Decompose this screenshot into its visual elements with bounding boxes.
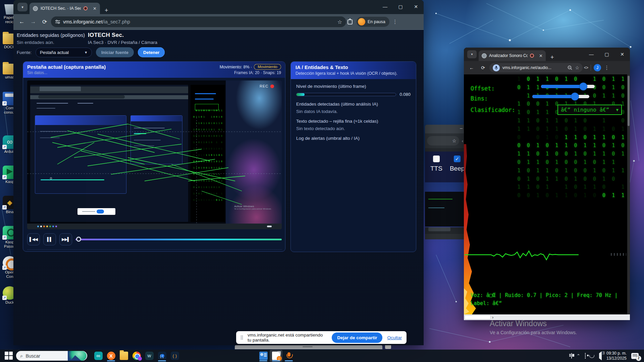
window-close-button[interactable]: ✕ [614, 52, 630, 57]
search-icon: ⌕ [20, 353, 23, 359]
classifier-select[interactable]: â€” ninguno â€” ▼ [557, 105, 622, 115]
bookmark-star-icon[interactable]: ☆ [575, 65, 579, 70]
tab-search-chevron-icon[interactable]: ▾ [17, 3, 28, 11]
taskbar-app-button[interactable] [282, 350, 295, 362]
reload-icon[interactable]: ⟳ [40, 18, 50, 25]
binary-matrix-rain: 1011010101101101100101101101011010010110… [514, 75, 628, 200]
sliver-urlbar[interactable]: ☆ [427, 136, 459, 145]
taskbar-clock[interactable]: 09:30 p. m. 13/12/2025 [606, 351, 627, 361]
window-close-button[interactable]: ✕ [408, 4, 424, 9]
share-bar-drag-handle[interactable] [241, 335, 243, 340]
menu-kebab-icon[interactable]: ⋮ [602, 65, 611, 71]
mic-permission-icon[interactable] [493, 64, 500, 71]
tab-search-chevron-icon[interactable]: ▾ [467, 50, 477, 58]
start-button[interactable] [5, 352, 13, 360]
taskbar-app-button[interactable] [130, 350, 143, 362]
bookmark-star-icon[interactable]: ☆ [452, 138, 457, 143]
audio-waveform [465, 247, 579, 262]
tts-label: TTS [430, 165, 442, 172]
browser-tab[interactable]: IOTECH Sec. · IA Sec3 – DVR ✕ [30, 3, 100, 14]
scrollbar-thumb[interactable] [465, 315, 491, 319]
skip-back-button[interactable]: ▌◀◀ [27, 233, 40, 245]
back-icon[interactable]: ← [17, 18, 27, 25]
beep-checkbox[interactable]: ✓ [454, 156, 461, 162]
tray-chevron-up-icon[interactable]: ⌃ [577, 353, 580, 358]
frames-counter: Frames IA: 20 · Snaps: 19 [234, 70, 281, 75]
taskbar-app-button[interactable] [143, 350, 156, 362]
tab-strip: ▾ IOTECH Sec. · IA Sec3 – DVR ✕ + — ▢ ✕ [13, 0, 424, 14]
devtools-code-icon[interactable]: <> [584, 65, 588, 70]
taskbar-app-button[interactable] [270, 350, 282, 362]
ai-panel-title: IA / Entidades & Texto [296, 64, 411, 70]
bookmark-star-icon[interactable]: ☆ [337, 19, 342, 25]
tab-recording-icon [530, 54, 534, 58]
analyzer-page: 1011010101101101100101101101011010010110… [464, 74, 630, 314]
ai-panel-subtitle: Detección ligera local + hook IA visión … [296, 71, 411, 76]
seek-slider[interactable] [75, 237, 282, 242]
window-preview-thumbnail[interactable] [425, 192, 465, 227]
pause-button[interactable]: ▌▌ [43, 233, 56, 245]
scroll-arrow-icon[interactable]: › [492, 314, 493, 320]
widgets-icon[interactable] [571, 353, 572, 359]
analyzer-tab-strip: ▾ Analizador Sonoro Complet ✕ + — ▢ ✕ [464, 48, 630, 61]
vertical-scrollbar[interactable] [627, 74, 630, 314]
forward-icon[interactable]: → [28, 18, 38, 25]
window-maximize-button[interactable]: ▢ [393, 4, 408, 9]
menu-kebab-icon[interactable]: ⋮ [391, 19, 399, 25]
window-minimize-button[interactable]: — [584, 52, 599, 57]
site-controls-icon[interactable] [55, 19, 60, 24]
skip-forward-button[interactable]: ▶▶▌ [59, 233, 72, 245]
source-select[interactable]: Pestaña actual ▼ [36, 48, 92, 57]
minimize-icon[interactable]: – [460, 125, 463, 131]
extensions-icon[interactable] [347, 19, 353, 24]
taskbar-app-button[interactable] [168, 350, 181, 362]
hide-share-bar-link[interactable]: Ocultar [387, 335, 402, 340]
reload-icon[interactable]: ⟳ [478, 65, 488, 70]
analyzer-address-bar[interactable]: vms.inforganic.net/audio... ☆ [489, 63, 583, 72]
taskbar-app-button[interactable] [92, 350, 105, 362]
seek-knob[interactable] [76, 237, 81, 242]
tab-favicon-globe-icon [33, 6, 38, 11]
taskbar-app-button[interactable] [117, 350, 130, 362]
motion-level-meter: 0.080 [296, 92, 411, 97]
bins-slider-thumb[interactable] [571, 93, 579, 100]
window-minimize-button[interactable]: — [377, 4, 393, 9]
stop-sharing-button[interactable]: Dejar de compartir [332, 333, 382, 343]
tts-checkbox[interactable] [433, 156, 440, 162]
chevron-left-icon[interactable]: ‹ [462, 138, 463, 143]
taskbar-app-button[interactable] [257, 350, 270, 362]
capture-video-preview[interactable]: 1011010101101101100101101101011010010110… [27, 80, 282, 229]
captured-taskbar-miniature [27, 224, 282, 229]
tab-close-icon[interactable]: ✕ [539, 53, 543, 58]
new-tab-button[interactable]: + [105, 7, 108, 14]
taskbar-app-button[interactable] [156, 350, 168, 362]
app-icon [158, 352, 166, 360]
desktop-icon-label: Kasp [5, 180, 14, 184]
start-source-button[interactable]: Iniciar fuente [96, 47, 134, 57]
bins-slider[interactable] [532, 95, 589, 98]
background-browser-window[interactable]: – ☆ ‹ TTS ✓ Beep [425, 125, 465, 239]
zoom-icon[interactable] [568, 65, 572, 70]
screen-capture-icon[interactable] [585, 353, 586, 359]
profile-avatar[interactable]: J [594, 64, 601, 71]
back-icon[interactable]: ← [467, 65, 477, 70]
horizontal-scrollbar[interactable]: › [464, 314, 630, 320]
taskbar-app-button[interactable] [105, 350, 117, 362]
speaker-icon[interactable] [597, 351, 602, 360]
window-maximize-button[interactable]: ▢ [599, 52, 614, 57]
notification-center-icon[interactable]: 2 [631, 353, 639, 359]
offset-label: Offset: [471, 85, 495, 92]
analyzer-tab[interactable]: Analizador Sonoro Complet ✕ [479, 50, 546, 61]
new-tab-button[interactable]: + [550, 54, 554, 61]
address-bar[interactable]: vms.inforganic.net/ia_sec7.php ☆ [51, 16, 346, 27]
profile-chip[interactable]: En pausa [357, 17, 389, 27]
beep-label: Beep [450, 165, 465, 172]
taskbar-search[interactable]: ⌕ Buscar [16, 351, 87, 361]
offset-slider[interactable] [541, 85, 595, 88]
analyzer-tab-title: Analizador Sonoro Complet [489, 53, 528, 58]
tab-close-icon[interactable]: ✕ [93, 6, 97, 11]
browser-toolbar: ← → ⟳ vms.inforganic.net/ia_sec7.php ☆ E… [13, 14, 424, 29]
stop-button[interactable]: Detener [138, 47, 165, 57]
rec-indicator: REC [260, 84, 274, 88]
search-highlight-image[interactable] [68, 351, 87, 361]
